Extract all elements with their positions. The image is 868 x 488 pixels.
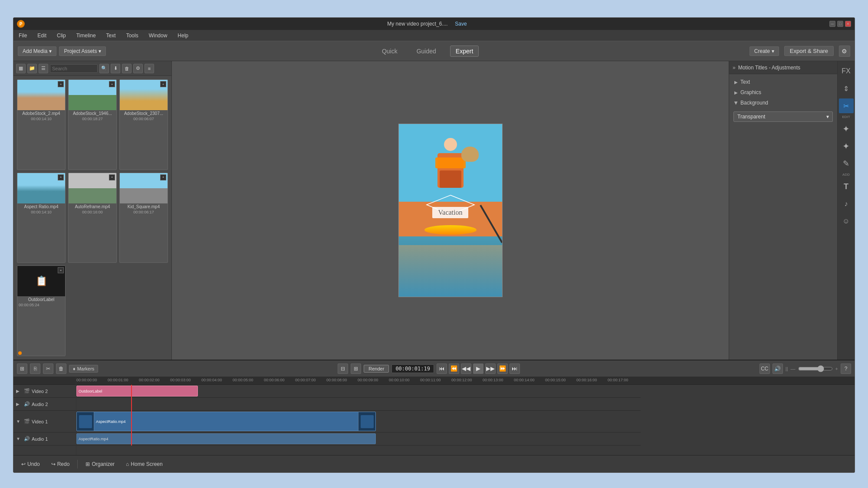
audio-icon-button[interactable]: ♪ [839, 197, 854, 211]
track-row-video2[interactable]: OutdoorLabel [76, 385, 641, 398]
share-icon-button[interactable]: ☺ [839, 214, 854, 229]
timeline-track-adjust[interactable]: ⊟ [338, 364, 348, 374]
background-dropdown[interactable]: Transparent ▾ [733, 111, 833, 122]
fx-icon-button[interactable]: FX [839, 64, 854, 79]
timeline-icon-subtitles[interactable]: CC [760, 364, 770, 374]
media-item-label: AdobeStock_2307... [120, 110, 168, 117]
track-expand-audio2[interactable]: ▶ [16, 402, 22, 406]
timeline-icon-delete[interactable]: 🗑 [56, 364, 66, 374]
timeline-icon-copy[interactable]: ⎘ [30, 364, 40, 374]
text-icon-button[interactable]: T [839, 179, 854, 194]
maximize-button[interactable]: □ [837, 21, 843, 27]
media-item[interactable]: + AdobeStock_1946... 00:00:18:27 [68, 79, 117, 170]
skip-to-end-button[interactable]: ⏭ [510, 364, 520, 374]
menu-text[interactable]: Text [105, 32, 118, 39]
title-bar: P My new video project_6.... Save ─ □ ✕ [13, 18, 855, 30]
track-timeline[interactable]: 00:00:00:00 00:00:01:00 00:00:02:00 00:0… [76, 377, 855, 455]
rewind-button[interactable]: ◀◀ [461, 364, 471, 374]
sidebar-section-fx: FX [839, 64, 854, 79]
search-icon[interactable]: 🔍 [99, 64, 109, 73]
timeline-icon-audio[interactable]: 🔊 [773, 364, 783, 374]
menu-file[interactable]: File [17, 32, 29, 39]
sidebar-section-share: ☺ [839, 214, 854, 229]
media-item-label: AutoReframe.mp4 [69, 203, 116, 210]
motion-section-graphics[interactable]: ▶ Graphics [729, 87, 837, 98]
step-back-button[interactable]: ⏪ [449, 364, 459, 374]
track-label-video1: ▼ 🎬 Video 1 [13, 411, 76, 432]
menu-tools[interactable]: Tools [125, 32, 140, 39]
motion-section-background[interactable]: ▶ Background [729, 98, 837, 108]
media-item[interactable]: + AutoReframe.mp4 00:00:16:00 [68, 173, 117, 263]
undo-button[interactable]: ↩ Undo [18, 459, 43, 469]
color-icon-button[interactable]: ✦ [839, 139, 854, 154]
main-window: P My new video project_6.... Save ─ □ ✕ … [13, 17, 855, 473]
home-screen-button[interactable]: ⌂ Home Screen [122, 459, 166, 469]
panel-icon-settings[interactable]: ⚙ [133, 64, 143, 73]
media-item[interactable]: + Aspect Ratio.mp4 00:00:14:10 [17, 173, 66, 263]
menu-clip[interactable]: Clip [55, 32, 68, 39]
play-button[interactable]: ▶ [473, 364, 483, 374]
track-expand-video2[interactable]: ▶ [16, 389, 22, 393]
mode-guided-button[interactable]: Guided [411, 46, 441, 56]
media-item[interactable]: + Kid_Square.mp4 00:00:06:17 [119, 173, 168, 263]
add-media-button[interactable]: Add Media ▾ [18, 46, 56, 56]
organizer-icon: ⊞ [85, 461, 90, 467]
create-button[interactable]: Create ▾ [750, 46, 779, 56]
add-icon-button[interactable]: ✎ [839, 156, 854, 171]
panel-icon-grid[interactable]: ▦ [16, 64, 26, 73]
status-dot [18, 351, 22, 355]
media-item[interactable]: + AdobeStock_2307... 00:00:06:07 [119, 79, 168, 170]
panel-toolbar: ▦ 📁 ☰ 🔍 ⬇ 🗑 ⚙ ≡ [13, 61, 171, 76]
track-row-audio2[interactable] [76, 398, 641, 411]
timeline-icon-help[interactable]: ? [841, 364, 851, 374]
panel-icon-delete[interactable]: 🗑 [122, 64, 132, 73]
media-item[interactable]: + AdobeStock_2.mp4 00:00:14:10 [17, 79, 66, 170]
zoom-slider[interactable] [798, 365, 833, 372]
track-row-video1[interactable]: AspectRatio.mp4 [76, 411, 641, 432]
panel-icon-folder[interactable]: 📁 [27, 64, 37, 73]
clip-video1[interactable]: AspectRatio.mp4 [76, 412, 376, 431]
motion-section-text[interactable]: ▶ Text [729, 77, 837, 87]
save-button[interactable]: Save [455, 21, 467, 27]
minimize-button[interactable]: ─ [829, 21, 835, 27]
search-input[interactable] [50, 64, 98, 73]
clip-label: AspectRatio.mp4 [79, 437, 108, 441]
mode-quick-button[interactable]: Quick [377, 46, 403, 56]
fast-forward-button[interactable]: ⏩ [497, 364, 508, 374]
track-expand-video1[interactable]: ▼ [16, 419, 22, 424]
markers-button[interactable]: ♦ Markers [69, 365, 98, 373]
export-share-button[interactable]: Export & Share [784, 46, 834, 56]
timeline-track-adjust2[interactable]: ⊞ [351, 364, 361, 374]
track-row-audio1[interactable]: AspectRatio.mp4 [76, 432, 641, 445]
clip-audio1[interactable]: AspectRatio.mp4 [76, 433, 376, 444]
media-item-label: Aspect Ratio.mp4 [17, 203, 65, 210]
menu-help[interactable]: Help [176, 32, 190, 39]
project-assets-button[interactable]: Project Assets ▾ [59, 46, 106, 56]
menu-edit[interactable]: Edit [36, 32, 48, 39]
step-forward-button[interactable]: ▶▶ [485, 364, 496, 374]
effects-icon-button[interactable]: ✦ [839, 121, 854, 136]
menu-window[interactable]: Window [147, 32, 169, 39]
media-grid: + AdobeStock_2.mp4 00:00:14:10 + AdobeSt… [13, 76, 171, 360]
mode-expert-button[interactable]: Expert [450, 46, 479, 57]
panel-icon-more[interactable]: ≡ [145, 64, 154, 73]
edit-icon-button[interactable]: ✂ [839, 98, 854, 113]
skip-to-start-button[interactable]: ⏮ [437, 364, 447, 374]
media-item[interactable]: + 📋 OutdoorLabel 00:00:05:24 [17, 265, 66, 356]
menu-timeline[interactable]: Timeline [75, 32, 98, 39]
track-expand-audio1[interactable]: ▼ [16, 436, 22, 441]
settings-button[interactable]: ⚙ [839, 46, 850, 57]
close-button[interactable]: ✕ [845, 21, 851, 27]
panel-icon-view[interactable]: ☰ [39, 64, 48, 73]
timeline-icon-grid[interactable]: ⊞ [17, 364, 27, 374]
clip-video2[interactable]: OutdoorLabel [76, 386, 198, 396]
collapse-panel-button[interactable]: » [733, 65, 736, 71]
video-preview[interactable]: Vacation [398, 124, 503, 297]
media-item-label: OutdoorLabel [17, 296, 65, 303]
adjust-icon-button[interactable]: ⇕ [839, 81, 854, 96]
timeline-icon-scissors[interactable]: ✂ [43, 364, 53, 374]
redo-button[interactable]: ↪ Redo [48, 459, 73, 469]
organizer-button[interactable]: ⊞ Organizer [82, 459, 118, 469]
panel-icon-download[interactable]: ⬇ [111, 64, 120, 73]
render-button[interactable]: Render [364, 365, 389, 373]
